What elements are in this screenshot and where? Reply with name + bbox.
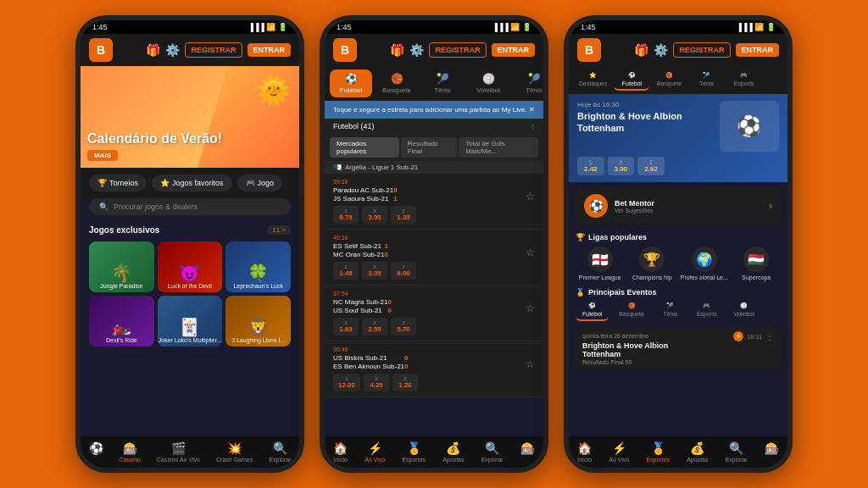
hero-odd-2[interactable]: 2 2.82 — [637, 157, 665, 175]
nav-esportes-2[interactable]: 🏅 Esportes — [402, 441, 426, 463]
game-joker-loko[interactable]: 🃏 Joker Loko's Multiplier... — [158, 296, 223, 347]
gear-icon[interactable]: ⚙️ — [165, 43, 180, 57]
premier-name: Premier League — [579, 274, 621, 281]
tab-futebol[interactable]: ⚽ Futebol — [330, 69, 372, 97]
nav-casino-3[interactable]: 🎰 — [765, 441, 779, 463]
star-icon-2[interactable]: ☆ — [526, 247, 535, 258]
game-devils-ride[interactable]: 🏍️ Devil's Ride — [89, 296, 154, 347]
filter-gols[interactable]: Total de Gols Mais/Me... — [459, 137, 538, 158]
odd-4-2[interactable]: 21.26 — [392, 374, 418, 391]
status-bar-3: 1:45 ▐▐▐ 📶 🔋 — [569, 20, 787, 34]
torneios-button[interactable]: 🏆 Torneios — [89, 175, 147, 191]
ptab-basquete[interactable]: 🏀 Basquete — [612, 300, 651, 321]
odd-3-2[interactable]: 25.70 — [391, 318, 416, 336]
status-bar-1: 1:45 ▐▐▐ 📶 🔋 — [81, 20, 299, 34]
match-time-3: 37:54 — [333, 291, 535, 297]
liga-premier[interactable]: 🏴󠁧󠁢󠁥󠁮󠁧󠁿 Premier League — [576, 247, 625, 281]
odd-2-1[interactable]: 11.45 — [333, 262, 359, 280]
liga-supercopa[interactable]: 🇭🇺 Supercopa — [732, 247, 782, 281]
tab-basquete-3[interactable]: 🏀 Basquete — [651, 69, 687, 91]
game-leprechaun[interactable]: 🍀 Leprechaun's Luck — [225, 241, 291, 292]
nav-item-crash[interactable]: 💥 Crash Games — [216, 441, 253, 463]
ligas-title: 🏆 Ligas populares — [576, 233, 781, 241]
nav-item-explore[interactable]: 🔍 Explorar — [269, 441, 291, 463]
nav-item-football[interactable]: ⚽ — [89, 441, 103, 463]
star-icon-4[interactable]: ☆ — [526, 358, 535, 370]
registrar-button-3[interactable]: REGISTRAR — [673, 42, 730, 58]
bet-mentor[interactable]: ⚽ Bet Mentor Ver Sugestões › — [576, 187, 781, 225]
tab-destaques[interactable]: ⭐ Destaques — [574, 69, 612, 91]
close-icon[interactable]: ✕ — [529, 106, 535, 114]
filter-resultado[interactable]: Resultado Final — [401, 137, 457, 158]
tenis2-icon: 🎾 — [528, 73, 541, 85]
odd-3-1[interactable]: 11.83 — [333, 318, 359, 336]
gear-icon-2[interactable]: ⚙️ — [409, 43, 424, 57]
nav-aovivo-3[interactable]: ⚡ Ao Vivo — [609, 441, 629, 463]
nav-inicio-2[interactable]: 🏠 Início — [333, 441, 348, 463]
nav-explorar-2[interactable]: 🔍 Explorar — [481, 441, 504, 463]
ptab-esports[interactable]: 🎮 Esports — [690, 300, 724, 321]
filter-mercados[interactable]: Mercados populares — [330, 137, 399, 158]
jogos-button[interactable]: 🎮 Jogo — [237, 175, 283, 191]
hero-odd-1[interactable]: 1 2.42 — [577, 157, 604, 175]
registrar-button-2[interactable]: REGISTRAR — [429, 42, 486, 58]
entrar-button-3[interactable]: ENTRAR — [736, 43, 780, 57]
nav-item-live-casino[interactable]: 🎬 Cassino Ao Vivo — [157, 441, 200, 463]
sort-btn[interactable]: ↕ — [531, 122, 536, 130]
tab-voleibol[interactable]: 🏐 Voleibol — [467, 69, 509, 97]
odd-1-1[interactable]: 18.75 — [333, 206, 359, 224]
odd-4-1[interactable]: 112.00 — [333, 374, 360, 391]
game-jungle-paradise[interactable]: 🌴 Jungle Paradise — [89, 241, 154, 292]
gift-icon-3[interactable]: 🎁 — [634, 43, 648, 57]
odd-2-x[interactable]: X3.35 — [362, 262, 387, 280]
hero-odd-x[interactable]: X 3.90 — [608, 157, 635, 175]
phone3-scroll[interactable]: Hoje às 16:30 Brighton & Hove Albion Tot… — [569, 94, 787, 436]
game-laughing-lions[interactable]: 🦁 3 Laughing Lions I... — [225, 296, 291, 347]
nav-apostas-3[interactable]: 💰 Apostas — [687, 441, 708, 463]
registrar-button-1[interactable]: REGISTRAR — [185, 42, 242, 58]
more-icon[interactable]: ⋮ — [765, 332, 774, 341]
tab-tenis2[interactable]: 🎾 Tênis — [513, 69, 543, 97]
star-icon-1[interactable]: ☆ — [526, 191, 535, 202]
hero-odds: 1 2.42 X 3.90 2 2.82 — [577, 157, 779, 175]
odd-2-2[interactable]: 28.00 — [391, 262, 416, 280]
odd-4-x[interactable]: X4.25 — [364, 374, 389, 391]
liga-professional[interactable]: 🌍 Profes sional Le... — [680, 247, 729, 281]
nav-apostas-2[interactable]: 💰 Apostas — [442, 441, 464, 463]
ptab-tenis[interactable]: 🎾 Tênis — [654, 300, 687, 321]
tab-tenis[interactable]: 🎾 Tênis — [421, 69, 464, 97]
tab-futebol-3[interactable]: ⚽ Futebol — [614, 69, 649, 91]
star-icon-3[interactable]: ☆ — [526, 302, 535, 314]
nav-explorar-3[interactable]: 🔍 Explorar — [726, 441, 748, 463]
nav-aovivo-2[interactable]: ⚡ Ao Vivo — [364, 441, 385, 463]
tab-basquete[interactable]: 🏀 Basquete — [376, 69, 418, 97]
gift-icon[interactable]: 🎁 — [146, 43, 160, 57]
ptab-futebol[interactable]: ⚽ Futebol — [576, 300, 609, 321]
live-icon-2: ⚡ — [368, 441, 382, 455]
section-title: Jogos exclusivos — [89, 225, 159, 235]
nav-casino-2[interactable]: 🎰 — [520, 441, 535, 463]
odd-1-2[interactable]: 21.35 — [391, 206, 416, 224]
nav-inicio-3[interactable]: 🏠 Início — [577, 441, 592, 463]
futebol-icon-3: ⚽ — [628, 72, 636, 79]
game-luck-devil[interactable]: 😈 Luck of the Devil — [158, 241, 223, 292]
tab-esports-3[interactable]: 🎮 Esports — [726, 69, 761, 91]
entrar-button-1[interactable]: ENTRAR — [248, 43, 292, 57]
mais-button[interactable]: MAIS — [87, 150, 118, 161]
event-row[interactable]: quinta-feira 28 dezembro ⚡ 19:11 ⋮ Brigh… — [576, 326, 781, 370]
tab-tenis-3[interactable]: 🎾 Tênis — [688, 69, 724, 91]
odd-1-x[interactable]: X3.95 — [362, 206, 387, 224]
search-bar[interactable]: 🔍 Procurar jogos & dealers — [89, 198, 291, 215]
section-count[interactable]: 11 > — [267, 225, 291, 235]
filter-tabs: Mercados populares Resultado Final Total… — [325, 134, 543, 161]
liga-champions[interactable]: 🏆 Champions hip — [628, 247, 677, 281]
nav-esportes-3[interactable]: 🏅 Esportes — [646, 441, 670, 463]
nav-item-casino[interactable]: 🎰 Cassino — [120, 441, 141, 463]
gift-icon-2[interactable]: 🎁 — [390, 43, 404, 57]
entrar-button-2[interactable]: ENTRAR — [492, 43, 536, 57]
ptab-voleibol[interactable]: 🏐 Voleibol — [727, 300, 762, 321]
odd-3-x[interactable]: X2.55 — [362, 318, 387, 336]
matches-scroll[interactable]: 🇩🇿 Argélia - Ligue 1 Sub-21 39:18 Parado… — [325, 161, 543, 436]
favoritos-button[interactable]: ⭐ Jogos favoritos — [152, 175, 232, 191]
gear-icon-3[interactable]: ⚙️ — [654, 43, 668, 57]
